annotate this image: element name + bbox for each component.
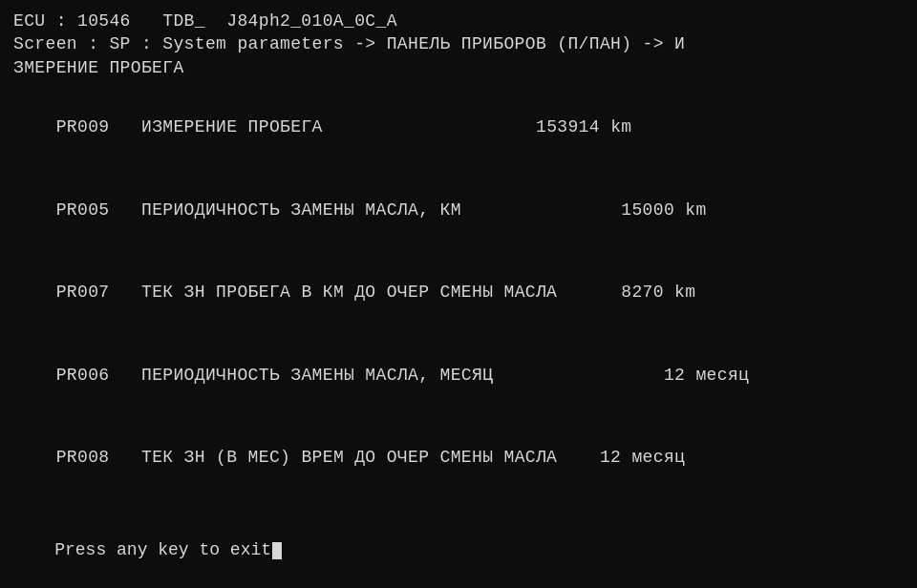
code-pr008: PR008 <box>56 448 110 467</box>
desc-pr008: ТЕК ЗН (В МЕС) ВРЕМ ДО ОЧЕР СМЕНЫ МАСЛА <box>141 448 557 467</box>
unit-pr009: km <box>610 117 631 136</box>
unit-pr006: месяц <box>695 366 749 385</box>
desc-pr005: ПЕРИОДИЧНОСТЬ ЗАМЕНЫ МАСЛА, КМ <box>141 200 461 220</box>
terminal-window: ECU : 10546 TDB_ J84ph2_010A_0C_A Screen… <box>0 0 917 588</box>
value-pr007: 8270 <box>621 283 664 302</box>
screen-line2: ЗМЕРЕНИЕ ПРОБЕГА <box>13 56 904 79</box>
press-exit-line: Press any key to exit <box>13 521 904 578</box>
value-pr008: 12 <box>600 448 621 467</box>
row-pr008: PR008 ТЕК ЗН (В МЕС) ВРЕМ ДО ОЧЕР СМЕНЫ … <box>13 423 904 493</box>
unit-pr005: km <box>685 200 706 220</box>
desc-pr009: ИЗМЕРЕНИЕ ПРОБЕГА <box>141 117 323 136</box>
unit-pr008: месяц <box>631 448 685 467</box>
code-pr005: PR005 <box>56 200 110 220</box>
ecu-line: ECU : 10546 TDB_ J84ph2_010A_0C_A <box>13 10 904 32</box>
desc-pr007: ТЕК ЗН ПРОБЕГА В КМ ДО ОЧЕР СМЕНЫ МАСЛА <box>141 283 557 302</box>
row-pr005: PR005 ПЕРИОДИЧНОСТЬ ЗАМЕНЫ МАСЛА, КМ 150… <box>13 175 904 244</box>
terminal-cursor <box>272 542 282 559</box>
row-pr007: PR007 ТЕК ЗН ПРОБЕГА В КМ ДО ОЧЕР СМЕНЫ … <box>13 258 904 327</box>
row-pr009: PR009 ИЗМЕРЕНИЕ ПРОБЕГА 153914 km <box>13 93 904 162</box>
unit-pr007: km <box>674 283 695 302</box>
value-pr005: 15000 <box>621 200 674 220</box>
exit-prompt-text: Press any key to exit <box>54 540 271 559</box>
value-pr009: 153914 <box>536 117 600 136</box>
row-pr006: PR006 ПЕРИОДИЧНОСТЬ ЗАМЕНЫ МАСЛА, МЕСЯЦ … <box>13 341 904 410</box>
code-pr006: PR006 <box>56 366 110 385</box>
code-pr009: PR009 <box>56 117 110 136</box>
code-pr007: PR007 <box>56 283 110 302</box>
screen-line1: Screen : SP : System parameters -> ПАНЕЛ… <box>13 32 904 55</box>
desc-pr006: ПЕРИОДИЧНОСТЬ ЗАМЕНЫ МАСЛА, МЕСЯЦ <box>141 366 493 385</box>
value-pr006: 12 <box>664 366 685 385</box>
